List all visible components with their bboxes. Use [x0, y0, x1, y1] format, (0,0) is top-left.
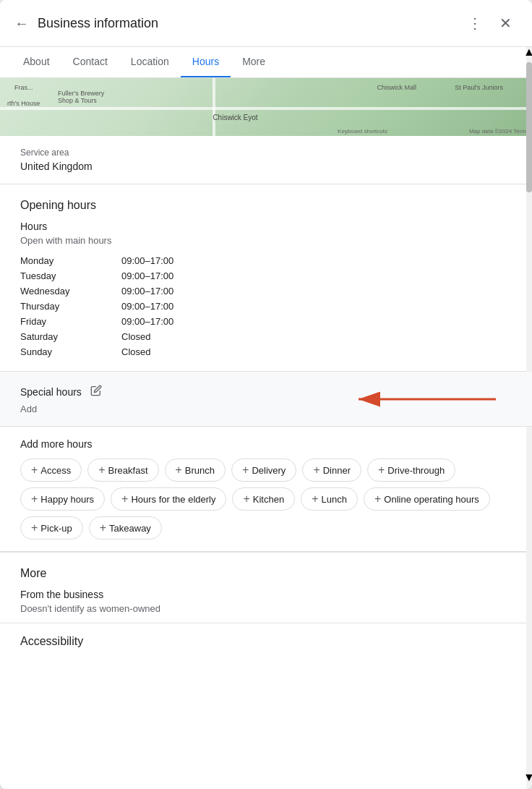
- more-options-button[interactable]: ⋮: [462, 12, 488, 35]
- chips-container: + Access + Breakfast + Brunch + Delivery…: [20, 459, 512, 539]
- hours-row-friday: Friday 09:00–17:00: [20, 314, 512, 329]
- from-business-label: From the business: [20, 589, 512, 600]
- modal-header: ← Business information ⋮ ✕: [0, 0, 532, 47]
- chip-label-online-hours: Online operating hours: [384, 494, 479, 505]
- hours-time-wednesday: 09:00–17:00: [121, 286, 173, 297]
- opening-hours-title: Opening hours: [0, 184, 532, 221]
- chip-online-hours[interactable]: + Online operating hours: [364, 487, 490, 511]
- hours-day-saturday: Saturday: [20, 331, 121, 342]
- special-hours-header: Special hours: [20, 383, 512, 401]
- header-title: Business information: [38, 16, 462, 31]
- hours-day-monday: Monday: [20, 255, 121, 266]
- chip-plus-icon: +: [31, 464, 38, 477]
- chip-plus-icon: +: [312, 492, 318, 506]
- hours-day-tuesday: Tuesday: [20, 270, 121, 281]
- tab-location[interactable]: Location: [119, 47, 181, 77]
- hours-time-tuesday: 09:00–17:00: [121, 270, 173, 281]
- back-button[interactable]: ←: [14, 12, 35, 35]
- hours-row-tuesday: Tuesday 09:00–17:00: [20, 268, 512, 283]
- hours-day-friday: Friday: [20, 316, 121, 327]
- service-area-label: Service area: [20, 148, 512, 158]
- chip-plus-icon: +: [242, 464, 249, 477]
- hours-row-thursday: Thursday 09:00–17:00: [20, 299, 512, 314]
- chip-label-access: Access: [40, 465, 71, 476]
- chip-label-happy-hours: Happy hours: [40, 494, 94, 505]
- chip-takeaway[interactable]: + Takeaway: [89, 516, 162, 539]
- hours-time-sunday: Closed: [121, 346, 150, 357]
- hours-sub-label: Open with main hours: [20, 235, 512, 246]
- tab-about[interactable]: About: [12, 47, 61, 77]
- hours-day-sunday: Sunday: [20, 346, 121, 357]
- chip-dinner[interactable]: + Dinner: [302, 459, 361, 482]
- chip-breakfast[interactable]: + Breakfast: [87, 459, 158, 482]
- map-road-horizontal: [0, 107, 532, 110]
- special-hours-section: Special hours Add: [0, 372, 532, 427]
- chip-plus-icon: +: [100, 521, 106, 534]
- more-section: More From the business Doesn't identify …: [0, 552, 532, 623]
- tab-more[interactable]: More: [231, 47, 277, 77]
- chip-label-pick-up: Pick-up: [40, 523, 72, 534]
- map-image: Fras... Fuller's BreweryShop & Tours Chi…: [0, 78, 532, 136]
- hours-day-thursday: Thursday: [20, 301, 121, 312]
- modal-container: ← Business information ⋮ ✕ About Contact…: [0, 0, 532, 789]
- hours-section: Hours Open with main hours Monday 09:00–…: [0, 221, 532, 372]
- accessibility-title: Accessibility: [20, 635, 512, 648]
- chip-brunch[interactable]: + Brunch: [165, 459, 226, 482]
- chip-label-drive-through: Drive-through: [387, 465, 445, 476]
- hours-time-monday: 09:00–17:00: [121, 255, 173, 266]
- chip-plus-icon: +: [374, 492, 381, 506]
- hours-time-saturday: Closed: [121, 331, 150, 342]
- accessibility-section: Accessibility: [0, 623, 532, 660]
- chip-pick-up[interactable]: + Pick-up: [20, 516, 83, 539]
- chip-plus-icon: +: [243, 492, 249, 506]
- tab-contact[interactable]: Contact: [61, 47, 119, 77]
- special-hours-edit-button[interactable]: [87, 383, 105, 401]
- special-hours-add: Add: [20, 404, 512, 414]
- map-road-vertical: [213, 78, 215, 136]
- chip-plus-icon: +: [313, 464, 319, 477]
- service-area-value: United Kingdom: [20, 161, 512, 172]
- scrollbar-thumb[interactable]: [526, 62, 532, 192]
- chip-happy-hours[interactable]: + Happy hours: [20, 487, 105, 511]
- tab-hours[interactable]: Hours: [181, 47, 231, 77]
- hours-row-wednesday: Wednesday 09:00–17:00: [20, 283, 512, 299]
- chip-plus-icon: +: [31, 492, 38, 506]
- service-area-section: Service area United Kingdom: [0, 136, 532, 184]
- chip-plus-icon: +: [121, 492, 128, 506]
- chip-label-hours-elderly: Hours for the elderly: [131, 494, 215, 505]
- chip-plus-icon: +: [31, 521, 38, 534]
- chip-plus-icon: +: [176, 464, 182, 477]
- map-credits: Map data ©2024 Terms: [469, 128, 529, 135]
- hours-type-label: Hours: [20, 221, 512, 232]
- header-actions: ⋮ ✕: [462, 12, 518, 35]
- chip-label-lunch: Lunch: [322, 494, 347, 505]
- chip-delivery[interactable]: + Delivery: [231, 459, 296, 482]
- hours-row-saturday: Saturday Closed: [20, 329, 512, 344]
- chip-lunch[interactable]: + Lunch: [301, 487, 358, 511]
- scroll-down-button[interactable]: ▼: [526, 772, 532, 783]
- chip-label-breakfast: Breakfast: [108, 465, 148, 476]
- hours-day-wednesday: Wednesday: [20, 286, 121, 297]
- special-hours-label: Special hours: [20, 386, 82, 398]
- map-place-label: Chiswick Eyot: [213, 114, 257, 121]
- map-keyboard-shortcuts: Keyboard shortcuts: [338, 128, 387, 135]
- chip-label-delivery: Delivery: [252, 465, 286, 476]
- chip-access[interactable]: + Access: [20, 459, 82, 482]
- edit-icon: [90, 385, 102, 396]
- hours-time-friday: 09:00–17:00: [121, 316, 173, 327]
- chip-hours-elderly[interactable]: + Hours for the elderly: [111, 487, 226, 511]
- hours-row-monday: Monday 09:00–17:00: [20, 253, 512, 268]
- close-button[interactable]: ✕: [494, 12, 518, 35]
- chip-drive-through[interactable]: + Drive-through: [367, 459, 455, 482]
- chip-kitchen[interactable]: + Kitchen: [232, 487, 295, 511]
- chip-label-dinner: Dinner: [323, 465, 351, 476]
- more-section-title: More: [20, 567, 512, 580]
- chip-plus-icon: +: [378, 464, 385, 477]
- chip-label-brunch: Brunch: [185, 465, 215, 476]
- from-business-value: Doesn't identify as women-owned: [20, 603, 512, 614]
- hours-row-sunday: Sunday Closed: [20, 344, 512, 359]
- scroll-up-button[interactable]: ▲: [526, 46, 532, 58]
- hours-time-thursday: 09:00–17:00: [121, 301, 173, 312]
- add-more-hours-section: Add more hours + Access + Breakfast + Br…: [0, 427, 532, 552]
- chip-plus-icon: +: [98, 464, 105, 477]
